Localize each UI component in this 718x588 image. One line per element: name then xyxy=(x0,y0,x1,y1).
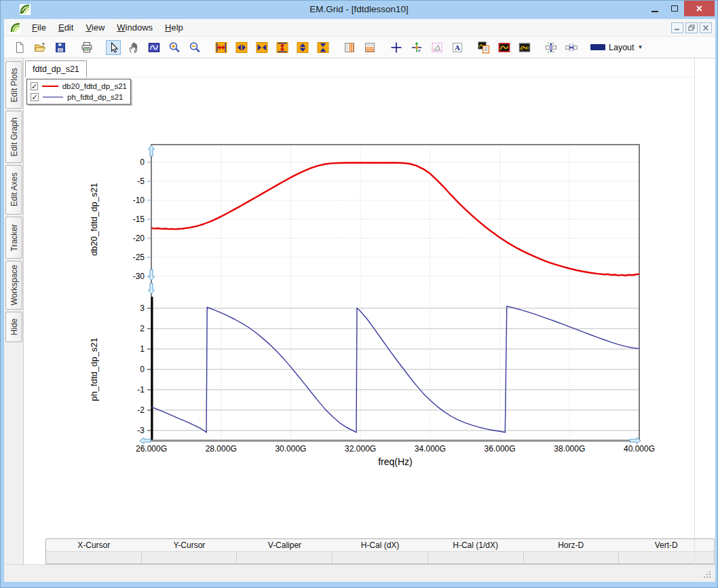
resize-grip[interactable] xyxy=(704,571,711,578)
expand-y-axis-tool[interactable] xyxy=(275,40,290,55)
measurement-headers: X-CursorY-CursorV-CaliperH-Cal (dX)H-Cal… xyxy=(46,539,714,551)
axis-pan-arrow[interactable] xyxy=(149,283,155,294)
phase-y-tick-label: -1 xyxy=(137,385,145,394)
zoom-out-x-axis-icon xyxy=(235,41,248,54)
phase-y-tick-label: 0 xyxy=(140,365,145,374)
axis-pan-arrow[interactable] xyxy=(149,270,155,280)
mag-y-tick-label: 0 xyxy=(140,158,145,167)
vertical-grid-tool[interactable] xyxy=(342,40,357,55)
document-logo-icon xyxy=(10,22,21,33)
edit-plot-icon xyxy=(498,41,510,54)
toolbar-group xyxy=(79,40,94,55)
layout-menu-button[interactable]: Layout▼ xyxy=(590,43,643,52)
sidebar-tab-label: Edit Plots xyxy=(10,68,19,103)
sidebar-tab-tracker[interactable]: Tracker xyxy=(5,217,22,259)
mdi-close-button[interactable] xyxy=(700,22,712,33)
add-text-tool[interactable]: A xyxy=(450,40,465,55)
mdi-restore-button[interactable] xyxy=(685,22,698,33)
document-tab-label: fdtd_dp_s21 xyxy=(33,65,79,74)
zoom-region-icon xyxy=(148,41,160,54)
zoom-in-y-axis-tool[interactable] xyxy=(316,40,330,55)
plot-frame xyxy=(151,145,639,441)
minimize-button[interactable] xyxy=(645,1,664,16)
sidebar-tab-edit-graph[interactable]: Edit Graph xyxy=(5,111,22,163)
toolbar-group xyxy=(106,40,202,55)
multi-plot-icon xyxy=(518,41,531,54)
toolbar-group xyxy=(12,40,68,55)
mag-y-tick-label: -15 xyxy=(133,215,145,224)
menu-item-windows[interactable]: Windows xyxy=(111,20,159,35)
zoom-out-y-axis-icon xyxy=(297,41,309,54)
pan-hand-icon xyxy=(128,41,140,54)
titlebar[interactable]: EM.Grid - [fdtdlesson10] × xyxy=(1,1,717,19)
measurement-value-cell xyxy=(46,552,141,564)
mag-y-tick-label: -25 xyxy=(133,253,145,262)
sidebar-tab-hide[interactable]: Hide xyxy=(5,312,22,342)
plot-document-tool[interactable] xyxy=(476,40,491,55)
mag-y-tick-label: -20 xyxy=(133,234,145,243)
cross-cursor-tool[interactable] xyxy=(389,40,404,55)
save-file-tool[interactable] xyxy=(53,40,68,55)
zoom-out-y-axis-tool[interactable] xyxy=(295,40,310,55)
child-window-edge xyxy=(694,58,695,564)
select-arrow-tool[interactable] xyxy=(106,40,121,55)
phase-y-axis-title: ph_fdtd_dp_s21 xyxy=(89,337,99,401)
sidebar-tab-edit-plots[interactable]: Edit Plots xyxy=(5,61,22,109)
tracker-tool[interactable] xyxy=(409,40,424,55)
zoom-region-tool[interactable] xyxy=(147,40,162,55)
vertical-grid-icon xyxy=(343,41,356,54)
sidebar-tab-edit-axes[interactable]: Edit Axes xyxy=(5,165,22,215)
maximize-icon xyxy=(671,5,678,12)
layout-swatch-icon xyxy=(590,44,605,50)
legend-checkbox[interactable]: ✓ xyxy=(31,93,39,101)
plot-region: 0-5-10-15-20-25-303210-1-2-326.000G28.00… xyxy=(89,136,659,476)
menu-item-help[interactable]: Help xyxy=(159,20,189,35)
pan-hand-tool[interactable] xyxy=(126,40,141,55)
measurement-value-cell xyxy=(428,552,523,564)
document-tab-fdtd-dp-s21[interactable]: fdtd_dp_s21 xyxy=(25,60,87,77)
align-horizontal-tool[interactable] xyxy=(564,40,579,55)
select-arrow-icon xyxy=(107,41,119,54)
open-file-tool[interactable] xyxy=(33,40,48,55)
toolbar-group: A xyxy=(389,40,465,55)
window-controls: × xyxy=(645,1,715,17)
measurement-column-header: V-Caliper xyxy=(237,539,333,551)
new-document-tool[interactable] xyxy=(12,40,27,55)
axis-pan-arrow[interactable] xyxy=(140,438,151,444)
multi-plot-tool[interactable] xyxy=(517,40,532,55)
menu-item-view[interactable]: View xyxy=(79,20,111,35)
toolbar: ALayout▼ xyxy=(4,37,715,58)
menu-item-file[interactable]: File xyxy=(26,20,52,35)
toolbar-group xyxy=(476,40,532,55)
maximize-button[interactable] xyxy=(664,1,684,16)
status-strip xyxy=(4,564,715,582)
mag-y-axis-title: db20_fdtd_dp_s21 xyxy=(89,183,99,256)
edit-plot-tool[interactable] xyxy=(497,40,512,55)
menu-item-edit[interactable]: Edit xyxy=(52,20,79,35)
content-area: Edit PlotsEdit GraphEdit AxesTrackerWork… xyxy=(4,58,715,564)
zoom-out-x-axis-tool[interactable] xyxy=(234,40,249,55)
magnitude-trace xyxy=(151,163,639,276)
tab-strip-line xyxy=(24,77,694,77)
zoom-out-tool[interactable] xyxy=(187,40,202,55)
caliper-tool[interactable] xyxy=(430,40,445,55)
legend-label: ph_fdtd_dp_s21 xyxy=(67,93,124,101)
sidebar-tab-workspace[interactable]: Workspace xyxy=(5,261,22,310)
zoom-in-tool[interactable] xyxy=(167,40,182,55)
menu-items: FileEditViewWindowsHelp xyxy=(26,20,189,35)
client-area: FileEditViewWindowsHelp ALayout▼ Edit Pl… xyxy=(4,19,715,582)
expand-x-axis-tool[interactable] xyxy=(214,40,229,55)
measurement-value-cell xyxy=(236,552,332,564)
mdi-minimize-button[interactable] xyxy=(671,22,683,33)
zoom-in-x-axis-tool[interactable] xyxy=(254,40,269,55)
horizontal-grid-tool[interactable] xyxy=(362,40,377,55)
legend-checkbox[interactable]: ✓ xyxy=(31,82,38,90)
close-button[interactable]: × xyxy=(684,1,715,16)
measurement-column-header: H-Cal (1/dX) xyxy=(428,539,523,551)
align-vertical-tool[interactable] xyxy=(544,40,559,55)
mdi-close-icon xyxy=(702,24,709,31)
align-horizontal-icon xyxy=(565,41,578,54)
print-tool[interactable] xyxy=(79,40,94,55)
axis-pan-arrow[interactable] xyxy=(149,145,155,156)
measurement-value-cell xyxy=(523,552,619,564)
